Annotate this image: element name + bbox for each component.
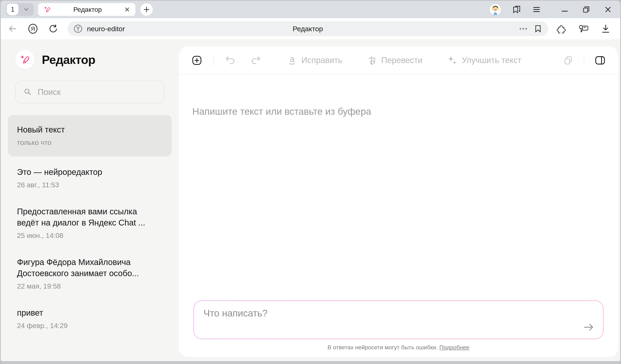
- search-icon: [24, 88, 32, 96]
- improve-text-label: Улучшить текст: [462, 56, 521, 65]
- svg-text:a: a: [290, 55, 295, 64]
- svg-text:Я: Я: [31, 26, 35, 32]
- reload-icon[interactable]: [49, 24, 58, 33]
- document-meta: только что: [17, 139, 163, 146]
- copy-icon[interactable]: [563, 56, 573, 65]
- fix-text-label: Исправить: [301, 56, 342, 65]
- yandex-home-icon[interactable]: Я: [28, 24, 38, 34]
- document-title: Предоставленная вами ссылка ведёт на диа…: [17, 206, 152, 228]
- redo-icon[interactable]: [251, 56, 261, 65]
- improve-text-button[interactable]: Улучшить текст: [447, 55, 521, 65]
- document-item[interactable]: Новый текст только что: [8, 115, 172, 157]
- back-icon[interactable]: [8, 24, 17, 33]
- menu-icon[interactable]: [532, 5, 541, 14]
- new-tab-button[interactable]: [140, 3, 153, 16]
- disclaimer: В ответах нейросети могут быть ошибки. П…: [193, 344, 604, 351]
- document-item[interactable]: Фигура Фёдора Михайловича Достоевского з…: [8, 250, 172, 297]
- sparkles-icon: [447, 55, 457, 65]
- document-list: Новый текст только что Это — нейроредакт…: [8, 115, 172, 337]
- prompt-section: В ответах нейросети могут быть ошибки. П…: [179, 300, 618, 357]
- document-item[interactable]: Это — нейроредактор 26 авг., 11:53: [8, 159, 172, 196]
- document-meta: 24 февр., 14:29: [17, 322, 163, 330]
- prompt-box[interactable]: [193, 300, 604, 339]
- document-item[interactable]: привет 24 февр., 14:29: [8, 300, 172, 337]
- tab-title: Редактор: [51, 6, 124, 14]
- site-favicon-icon: [74, 24, 82, 33]
- magic-pencil-icon: [19, 54, 30, 65]
- disclaimer-text: В ответах нейросети могут быть ошибки.: [328, 344, 438, 350]
- translate-label: Перевести: [381, 56, 422, 65]
- prompt-input[interactable]: [194, 301, 603, 339]
- downloads-icon[interactable]: [601, 24, 610, 33]
- sidebar: Редактор Новый текст только что Это — не…: [1, 39, 179, 361]
- tab-group-control[interactable]: 1: [6, 3, 34, 16]
- profile-avatar[interactable]: [490, 4, 501, 15]
- toggle-side-panel-icon[interactable]: [595, 56, 605, 65]
- window-restore-icon[interactable]: [583, 6, 590, 13]
- editor-area[interactable]: Напишите текст или вставьте из буфера: [179, 74, 618, 300]
- window-minimize-icon[interactable]: [561, 6, 568, 13]
- editor-toolbar: a Исправить Перевести: [179, 47, 618, 74]
- document-title: Фигура Фёдора Михайловича Достоевского з…: [17, 256, 152, 279]
- document-title: Это — нейроредактор: [17, 166, 152, 177]
- translate-icon: [367, 55, 377, 65]
- page-title: Редактор: [293, 25, 323, 33]
- send-icon[interactable]: [583, 322, 595, 332]
- browser-window: 1 Редактор: [0, 0, 621, 364]
- spellcheck-icon: a: [288, 55, 297, 66]
- document-item[interactable]: Предоставленная вами ссылка ведёт на диа…: [8, 199, 172, 247]
- undo-icon[interactable]: [225, 56, 235, 65]
- editor-panel: a Исправить Перевести: [179, 47, 618, 357]
- extensions-icon[interactable]: [556, 24, 566, 33]
- editor-placeholder: Напишите текст или вставьте из буфера: [192, 106, 605, 117]
- tab-favicon-magic-pencil-icon: [43, 6, 51, 13]
- document-meta: 22 мая, 19:58: [17, 282, 163, 290]
- more-actions-icon[interactable]: [519, 28, 527, 30]
- search-input[interactable]: [37, 87, 156, 97]
- window-close-icon[interactable]: [604, 6, 611, 13]
- fix-text-button[interactable]: a Исправить: [288, 55, 342, 66]
- chevron-down-icon[interactable]: [19, 6, 34, 13]
- browser-tab[interactable]: Редактор: [38, 3, 135, 16]
- address-bar: Я neuro-editor Редактор: [1, 18, 620, 39]
- app-title: Редактор: [42, 53, 95, 66]
- more-details-link[interactable]: Подробнее: [439, 344, 469, 350]
- document-title: Новый текст: [17, 124, 152, 135]
- url-text[interactable]: neuro-editor: [87, 25, 125, 33]
- app-logo: [15, 50, 34, 69]
- document-meta: 26 авг., 11:53: [17, 181, 163, 189]
- document-meta: 25 июн., 14:08: [17, 232, 163, 239]
- omnibox[interactable]: neuro-editor Редактор: [68, 21, 548, 36]
- translate-button[interactable]: Перевести: [367, 55, 422, 65]
- web-page: Редактор Новый текст только что Это — не…: [1, 39, 620, 361]
- bookmarks-panel-icon[interactable]: [512, 5, 521, 14]
- search-box[interactable]: [15, 81, 164, 103]
- passwords-icon[interactable]: [578, 24, 589, 33]
- tab-strip: 1 Редактор: [1, 1, 620, 18]
- tab-counter[interactable]: 1: [7, 4, 18, 15]
- document-title: привет: [17, 307, 152, 318]
- add-document-icon[interactable]: [192, 55, 202, 65]
- bookmark-icon[interactable]: [534, 25, 542, 33]
- tab-close-icon[interactable]: [124, 7, 130, 12]
